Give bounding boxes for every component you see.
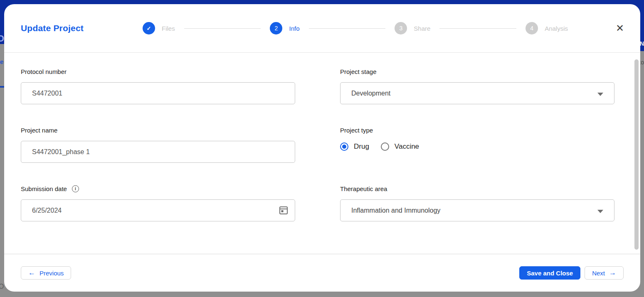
project-type-options: Drug Vaccine — [340, 142, 614, 151]
protocol-number-label: Protocol number — [21, 68, 295, 75]
background-text-fragment: O — [0, 33, 4, 44]
dialog-header: Update Project ✓ Files 2 Info 3 Share 4 — [4, 4, 640, 53]
therapeutic-area-select[interactable]: Inflammation and Immunology — [340, 199, 614, 221]
submission-date-field[interactable] — [21, 199, 295, 221]
protocol-number-group: Protocol number — [21, 68, 295, 104]
next-button[interactable]: Next → — [585, 266, 624, 280]
save-and-close-label: Save and Close — [527, 270, 573, 277]
stepper-connector — [439, 28, 516, 29]
therapeutic-area-label: Therapeutic area — [340, 185, 614, 192]
step-files[interactable]: ✓ Files — [143, 22, 175, 34]
scrollbar-thumb[interactable] — [634, 59, 639, 250]
therapeutic-area-value: Inflammation and Immunology — [351, 207, 440, 214]
close-icon[interactable]: ✕ — [614, 22, 626, 34]
step-analysis-label: Analysis — [545, 25, 568, 32]
radio-option-vaccine[interactable]: Vaccine — [381, 142, 419, 151]
background-text-fragment: O — [0, 283, 4, 290]
radio-unselected-icon[interactable] — [381, 142, 389, 151]
project-name-label: Project name — [21, 127, 295, 134]
stepper-connector — [309, 28, 386, 29]
chevron-down-icon — [597, 210, 603, 213]
submission-date-label: Submission date i — [21, 185, 295, 192]
project-type-group: Project type Drug Vaccine — [340, 127, 614, 163]
step-analysis-circle: 4 — [526, 22, 538, 34]
submission-date-label-text: Submission date — [21, 185, 67, 192]
update-project-dialog: Update Project ✓ Files 2 Info 3 Share 4 — [4, 4, 640, 292]
arrow-left-icon: ← — [28, 269, 35, 277]
stepper: ✓ Files 2 Info 3 Share 4 Analysis — [143, 22, 568, 34]
check-icon: ✓ — [147, 25, 151, 32]
step-info[interactable]: 2 Info — [270, 22, 299, 34]
step-info-label: Info — [289, 25, 299, 32]
project-stage-label: Project stage — [340, 68, 614, 75]
submission-date-group: Submission date i — [21, 185, 295, 221]
next-button-label: Next — [592, 270, 605, 277]
radio-option-drug[interactable]: Drug — [340, 142, 369, 151]
protocol-number-field[interactable] — [21, 82, 295, 104]
radio-selected-icon[interactable] — [340, 142, 348, 151]
submission-date-wrap — [21, 199, 295, 221]
previous-button-label: Previous — [39, 270, 64, 277]
step-share-label: Share — [414, 25, 430, 32]
footer-right-actions: Save and Close Next → — [519, 266, 624, 280]
calendar-icon[interactable] — [279, 205, 288, 217]
project-type-label: Project type — [340, 127, 614, 134]
stepper-connector — [184, 28, 261, 29]
project-stage-select[interactable]: Development — [340, 82, 614, 104]
step-share[interactable]: 3 Share — [395, 22, 430, 34]
therapeutic-area-group: Therapeutic area Inflammation and Immuno… — [340, 185, 614, 221]
background-link-underline — [0, 86, 4, 88]
step-share-circle: 3 — [395, 22, 407, 34]
project-name-field[interactable] — [21, 141, 295, 163]
info-icon[interactable]: i — [72, 185, 79, 192]
project-stage-group: Project stage Development — [340, 68, 614, 104]
step-files-circle: ✓ — [143, 22, 155, 34]
chevron-down-icon — [597, 93, 603, 96]
background-text-fragment: e — [0, 58, 3, 65]
project-name-group: Project name — [21, 127, 295, 163]
step-files-label: Files — [162, 25, 175, 32]
background-text-fragment: N — [640, 40, 644, 47]
radio-vaccine-label: Vaccine — [395, 142, 419, 151]
dialog-footer: ← Previous Save and Close Next → — [4, 254, 640, 292]
save-and-close-button[interactable]: Save and Close — [519, 266, 580, 280]
step-info-circle: 2 — [270, 22, 282, 34]
step-analysis[interactable]: 4 Analysis — [526, 22, 568, 34]
dialog-form: Protocol number Project stage Developmen… — [4, 53, 640, 244]
project-stage-value: Development — [351, 90, 390, 97]
arrow-right-icon: → — [609, 269, 616, 277]
previous-button[interactable]: ← Previous — [21, 266, 71, 280]
dialog-title: Update Project — [21, 23, 84, 33]
radio-drug-label: Drug — [354, 142, 369, 151]
